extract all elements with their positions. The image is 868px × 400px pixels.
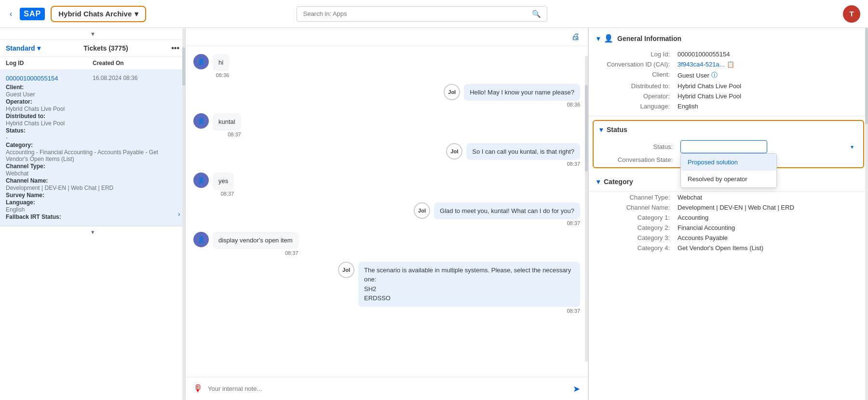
right-panel-scrollbar[interactable] xyxy=(865,28,868,400)
conv-id-text: 3f943ca4-521a... xyxy=(678,61,725,68)
search-bar[interactable]: 🔍 xyxy=(297,6,547,22)
sidebar-bottom-scroll: ▾ xyxy=(0,226,185,238)
message-bubble-bot: Glad to meet you, kuntal! What can I do … xyxy=(434,202,580,220)
category1-value: Accounting xyxy=(678,214,860,221)
message-text: hi xyxy=(218,59,223,66)
sidebar-scrollbar[interactable] xyxy=(182,28,185,400)
language-label: Language: xyxy=(6,199,179,206)
general-info-header[interactable]: ▾ 👤 General Information xyxy=(589,28,868,49)
category-label: Category: xyxy=(6,142,179,148)
microphone-icon[interactable]: 🎙 xyxy=(193,383,203,394)
search-input[interactable] xyxy=(303,10,532,17)
user-avatar-chat: 👤 xyxy=(193,54,209,69)
standard-button[interactable]: Standard ▾ xyxy=(6,44,41,52)
category-info-grid: Channel Type: Webchat Channel Name: Deve… xyxy=(589,192,868,257)
joi-badge: JoI xyxy=(446,143,462,160)
col-log-id: Log ID xyxy=(6,60,93,67)
channel-type-value: Webchat xyxy=(6,170,179,177)
channel-type-label-cat: Channel Type: xyxy=(597,194,674,201)
message-bubble-bot: The scenario is available in multiple sy… xyxy=(358,262,580,307)
joi-badge: JoI xyxy=(444,84,460,100)
print-icon[interactable]: 🖨 xyxy=(571,32,580,42)
sap-logo[interactable]: SAP xyxy=(20,8,45,20)
message-time-bot: 08:37 xyxy=(434,220,580,226)
chat-scroll-thumb xyxy=(585,85,588,172)
message-text: kuntal xyxy=(218,118,235,125)
survey-label: Survey Name: xyxy=(6,192,179,199)
joi-badge: JoI xyxy=(338,262,354,278)
col-created-on: Created On xyxy=(93,60,179,67)
message-text-bot: Hello! May I know your name please? xyxy=(470,89,574,96)
category2-value: Financial Accounting xyxy=(678,224,860,231)
joi-badge: JoI xyxy=(414,202,430,219)
ticket-id: 000001000055154 xyxy=(6,75,93,82)
top-header: ‹ SAP Hybrid Chats Archive ▾ 🔍 T xyxy=(0,0,868,28)
category-title: Category xyxy=(604,178,633,186)
message-bubble: display vendor's open item xyxy=(213,232,298,249)
chat-footer: 🎙 ➤ xyxy=(186,377,588,400)
user-avatar-chat: 👤 xyxy=(193,173,209,188)
scroll-down-icon[interactable]: ▾ xyxy=(91,228,95,236)
message-bubble: yes xyxy=(213,173,234,190)
status-chevron-icon: ▾ xyxy=(599,126,603,133)
channel-name-value-cat: Development | DEV-EN | Web Chat | ERD xyxy=(678,204,860,211)
distributed-label: Distributed to: xyxy=(6,113,179,120)
ticket-item[interactable]: 000001000055154 16.08.2024 08:36 Client:… xyxy=(0,70,185,226)
send-button[interactable]: ➤ xyxy=(573,384,580,394)
copy-icon[interactable]: 📋 xyxy=(727,61,734,68)
status-select[interactable] xyxy=(680,140,767,153)
user-avatar-chat: 👤 xyxy=(193,113,209,129)
status-title: Status xyxy=(607,126,627,133)
message-time: 08:37 xyxy=(213,250,298,256)
category-chevron-icon: ▾ xyxy=(597,178,600,186)
chat-message-bot: Hello! May I know your name please? 08:3… xyxy=(193,84,580,108)
chat-message-bot: The scenario is available in multiple sy… xyxy=(193,262,580,314)
message-text-bot: The scenario is available in multiple sy… xyxy=(364,267,571,302)
list-header: Log ID Created On xyxy=(0,57,185,70)
distributed-label-panel: Distributed to: xyxy=(597,82,674,90)
client-value-panel: Guest User ⓘ xyxy=(678,71,860,80)
language-value-panel: English xyxy=(678,103,860,110)
message-bubble-bot: Hello! May I know your name please? xyxy=(464,84,580,101)
conv-state-label: Conversation State: xyxy=(599,156,677,163)
message-bubble: hi xyxy=(213,54,229,71)
back-button[interactable]: ‹ xyxy=(8,8,14,20)
category-value: Accounting - Financial Accounting - Acco… xyxy=(6,149,179,162)
message-time: 08:37 xyxy=(213,191,234,197)
chat-scrollbar[interactable] xyxy=(585,56,588,361)
sidebar-scroll-thumb xyxy=(182,47,185,86)
status-select-wrapper: ▾ Proposed solution Resolved by operator xyxy=(680,140,857,153)
search-icon: 🔍 xyxy=(532,10,541,18)
category1-label: Category 1: xyxy=(597,214,674,221)
status-section-header[interactable]: ▾ Status xyxy=(594,121,863,138)
dropdown-item-resolved[interactable]: Resolved by operator xyxy=(681,171,776,187)
dropdown-item-proposed[interactable]: Proposed solution xyxy=(681,154,776,171)
chat-toolbar: 🖨 xyxy=(186,28,588,46)
general-info-section: ▾ 👤 General Information Log Id: 00000100… xyxy=(589,28,868,116)
message-text: yes xyxy=(218,177,228,185)
expand-panel-button[interactable]: › xyxy=(178,210,180,218)
category3-label: Category 3: xyxy=(597,234,674,241)
status-field-label: Status: xyxy=(599,143,677,150)
category4-label: Category 4: xyxy=(597,244,674,252)
user-avatar[interactable]: T xyxy=(843,5,860,23)
app-title-button[interactable]: Hybrid Chats Archive ▾ xyxy=(51,6,146,22)
user-avatar-chat: 👤 xyxy=(193,232,209,247)
more-options-button[interactable]: ••• xyxy=(171,44,179,53)
client-label-panel: Client: xyxy=(597,71,674,80)
channel-type-value-cat: Webchat xyxy=(678,194,860,201)
sidebar-scroll-top: ▾ xyxy=(0,28,185,40)
sidebar: ▾ Standard ▾ Tickets (3775) ••• Log ID C… xyxy=(0,28,186,400)
person-icon: 👤 xyxy=(604,34,613,43)
info-icon[interactable]: ⓘ xyxy=(711,71,718,80)
message-time-bot: 08:36 xyxy=(464,102,580,107)
conv-id-value: 3f943ca4-521a... 📋 xyxy=(678,61,860,68)
message-bubble: kuntal xyxy=(213,113,241,131)
conv-id-label: Conversation ID (CAI): xyxy=(597,61,674,68)
message-text-bot: So I can call you kuntal, is that right? xyxy=(472,148,574,155)
message-bubble-bot: So I can call you kuntal, is that right? xyxy=(466,143,580,160)
client-label: Client: xyxy=(6,84,179,91)
app-title-text: Hybrid Chats Archive xyxy=(58,10,132,18)
scroll-up-icon[interactable]: ▾ xyxy=(91,30,95,38)
note-input[interactable] xyxy=(208,385,568,392)
